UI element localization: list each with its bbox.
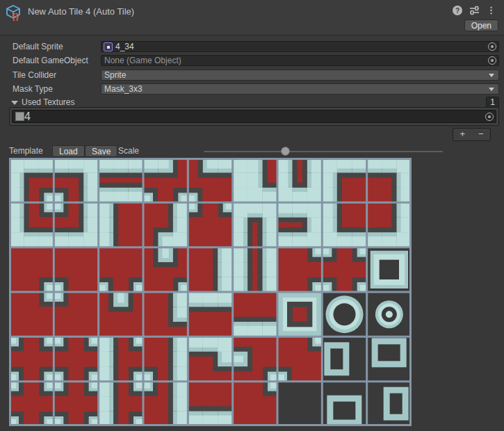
scriptable-object-icon: {} xyxy=(6,4,22,21)
scale-slider-track[interactable] xyxy=(204,151,443,152)
open-button[interactable]: Open xyxy=(464,19,498,31)
add-button[interactable]: + xyxy=(453,129,472,140)
kebab-menu-icon[interactable]: ⋮ xyxy=(487,6,496,15)
save-button[interactable]: Save xyxy=(85,145,117,157)
mask-type-label: Mask Type xyxy=(13,83,53,95)
scale-label: Scale xyxy=(118,146,139,156)
default-sprite-field[interactable]: 4_34 xyxy=(101,41,499,52)
load-button[interactable]: Load xyxy=(52,145,85,157)
remove-button[interactable]: − xyxy=(472,129,491,140)
object-picker-icon[interactable] xyxy=(485,113,494,121)
tile-collider-label: Tile Collider xyxy=(13,70,56,81)
chevron-down-icon xyxy=(489,74,494,77)
chevron-down-icon xyxy=(489,88,494,91)
inspector-header: {} New Auto Tile 4 (Auto Tile) ? ⋮ Open xyxy=(0,0,504,35)
header-icons: ? ⋮ xyxy=(453,6,496,15)
default-sprite-value: 4_34 xyxy=(115,42,134,51)
default-gameobject-field[interactable]: None (Game Object) xyxy=(101,55,499,66)
foldout-arrow-icon[interactable] xyxy=(11,101,18,105)
object-picker-icon[interactable] xyxy=(488,42,496,51)
mask-type-value: Mask_3x3 xyxy=(104,84,143,94)
mask-type-dropdown[interactable]: Mask_3x3 xyxy=(101,83,499,95)
sprite-icon xyxy=(104,42,113,51)
scale-slider-handle[interactable] xyxy=(281,147,290,156)
asset-title: New Auto Tile 4 (Auto Tile) xyxy=(28,6,134,17)
tile-template-preview[interactable] xyxy=(9,158,412,426)
help-icon[interactable]: ? xyxy=(453,6,462,15)
svg-text:{}: {} xyxy=(12,11,19,21)
tile-collider-dropdown[interactable]: Sprite xyxy=(101,70,499,81)
used-textures-label[interactable]: Used Textures xyxy=(22,97,74,107)
default-gameobject-value: None (Game Object) xyxy=(104,56,181,65)
texture-entry-field[interactable]: 4 xyxy=(12,110,496,123)
used-textures-count[interactable]: 1 xyxy=(486,97,499,108)
default-sprite-label: Default Sprite xyxy=(13,41,63,52)
presets-icon[interactable] xyxy=(469,6,480,15)
object-picker-icon[interactable] xyxy=(488,56,496,65)
tile-collider-value: Sprite xyxy=(104,70,126,80)
texture-thumbnail-icon xyxy=(15,112,24,121)
default-gameobject-label: Default GameObject xyxy=(13,55,88,66)
list-footer-buttons: + − xyxy=(453,128,491,141)
texture-entry-name: 4 xyxy=(24,111,31,123)
template-label: Template xyxy=(9,146,43,156)
